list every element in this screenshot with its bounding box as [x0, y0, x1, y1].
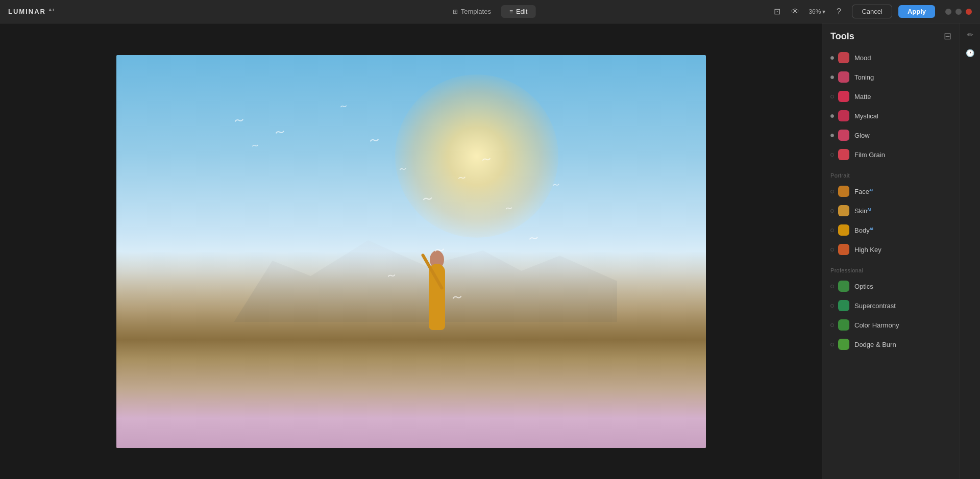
tool-dot-mood: [830, 56, 834, 60]
tool-item-film-grain[interactable]: Film Grain: [822, 145, 960, 164]
tool-icon-skin: [838, 205, 849, 216]
tool-icon-film-grain: [838, 149, 849, 160]
tool-name-face: FaceAI: [854, 188, 873, 195]
tool-name-matte: Matte: [854, 93, 871, 100]
tool-name-mood: Mood: [854, 54, 871, 62]
tool-icon-glow: [838, 130, 849, 141]
tool-dot-high-key: [830, 248, 834, 251]
split-view-button[interactable]: ⊡: [770, 5, 784, 19]
tool-dot-body: [830, 229, 834, 232]
tool-item-mood[interactable]: Mood: [822, 48, 960, 67]
photo-canvas: 〜〜〜〜〜〜〜〜〜〜〜〜〜〜〜: [116, 55, 706, 448]
tool-item-mystical[interactable]: Mystical: [822, 106, 960, 125]
section-label-professional: Professional: [822, 259, 960, 276]
tool-icon-body: [838, 224, 849, 236]
person-figure: [423, 233, 451, 330]
close-button[interactable]: [966, 9, 972, 15]
history-button[interactable]: 🕐: [963, 46, 977, 60]
tool-item-optics[interactable]: Optics: [822, 276, 960, 296]
tool-name-toning: Toning: [854, 73, 874, 81]
window-controls: [945, 9, 972, 15]
edit-label: Edit: [516, 8, 527, 15]
tool-item-dodge-burn[interactable]: Dodge & Burn: [822, 335, 960, 354]
header-left: LUMINAR AI: [8, 8, 55, 15]
ground-layer: [116, 251, 706, 448]
tool-name-high-key: High Key: [854, 246, 881, 254]
tool-dot-matte: [830, 95, 834, 98]
tool-item-toning[interactable]: Toning: [822, 67, 960, 87]
tool-name-body: BodyAI: [854, 226, 873, 234]
header: LUMINAR AI ⊞ Templates ≡ Edit ⊡ 👁 36% ▾ …: [0, 0, 980, 23]
tool-name-skin: SkinAI: [854, 207, 871, 215]
tool-dot-toning: [830, 75, 834, 79]
tool-item-supercontrast[interactable]: Supercontrast: [822, 296, 960, 315]
brush-tool-button[interactable]: ✏: [963, 28, 977, 42]
templates-icon: ⊞: [453, 8, 458, 15]
minimize-button[interactable]: [945, 9, 951, 15]
tool-name-color-harmony: Color Harmony: [854, 321, 899, 329]
tool-icon-supercontrast: [838, 300, 849, 311]
tool-icon-dodge-burn: [838, 339, 849, 350]
zoom-value: 36%: [808, 8, 821, 15]
tool-dot-color-harmony: [830, 323, 834, 327]
tool-item-glow[interactable]: Glow: [822, 125, 960, 145]
tool-dot-optics: [830, 285, 834, 288]
templates-button[interactable]: ⊞ Templates: [445, 5, 499, 18]
tools-panel: Tools ⊟ MoodToningMatteMysticalGlowFilm …: [822, 23, 960, 479]
canvas-area: 〜〜〜〜〜〜〜〜〜〜〜〜〜〜〜: [0, 23, 822, 479]
tool-name-film-grain: Film Grain: [854, 151, 885, 159]
zoom-display: 36% ▾: [808, 8, 825, 15]
tool-name-supercontrast: Supercontrast: [854, 302, 896, 310]
maximize-button[interactable]: [955, 9, 962, 15]
help-button[interactable]: ?: [831, 5, 846, 19]
app-name: LUMINAR: [8, 8, 46, 15]
tools-title: Tools: [830, 31, 854, 42]
cancel-button[interactable]: Cancel: [852, 5, 892, 18]
tool-icon-matte: [838, 91, 849, 102]
templates-label: Templates: [461, 8, 491, 15]
tool-item-high-key[interactable]: High Key: [822, 240, 960, 259]
tool-icon-optics: [838, 281, 849, 292]
tool-dot-glow: [830, 134, 834, 137]
tool-item-face[interactable]: FaceAI: [822, 182, 960, 201]
app-version: AI: [49, 8, 55, 12]
tool-icon-face: [838, 186, 849, 197]
tools-list: MoodToningMatteMysticalGlowFilm GrainPor…: [822, 46, 960, 479]
tool-item-color-harmony[interactable]: Color Harmony: [822, 315, 960, 335]
tools-filter-button[interactable]: ⊟: [944, 31, 951, 42]
tool-dot-mystical: [830, 114, 834, 118]
tool-name-mystical: Mystical: [854, 112, 878, 120]
tool-icon-color-harmony: [838, 319, 849, 331]
tool-name-optics: Optics: [854, 283, 873, 290]
person-body: [429, 264, 445, 330]
tool-item-body[interactable]: BodyAI: [822, 220, 960, 240]
sun-glow: [395, 74, 558, 238]
tool-dot-skin: [830, 209, 834, 213]
main-content: 〜〜〜〜〜〜〜〜〜〜〜〜〜〜〜 Tools ⊟ MoodToningMatteM…: [0, 23, 980, 479]
tool-dot-supercontrast: [830, 304, 834, 308]
right-panel: Tools ⊟ MoodToningMatteMysticalGlowFilm …: [822, 23, 980, 479]
app-logo: LUMINAR AI: [8, 8, 55, 15]
tool-name-dodge-burn: Dodge & Burn: [854, 341, 896, 348]
tools-header: Tools ⊟: [822, 23, 960, 46]
tool-icon-high-key: [838, 244, 849, 255]
tool-item-skin[interactable]: SkinAI: [822, 201, 960, 220]
header-center-nav: ⊞ Templates ≡ Edit: [445, 5, 536, 18]
tool-icon-mood: [838, 52, 849, 63]
section-label-portrait: Portrait: [822, 164, 960, 182]
tool-name-glow: Glow: [854, 132, 870, 139]
tool-dot-dodge-burn: [830, 343, 834, 346]
tool-icon-mystical: [838, 110, 849, 121]
edit-icon: ≡: [509, 8, 513, 15]
preview-button[interactable]: 👁: [788, 5, 802, 19]
tool-dot-film-grain: [830, 153, 834, 157]
zoom-chevron-icon: ▾: [822, 8, 825, 15]
tool-icon-toning: [838, 71, 849, 83]
view-controls: ⊡ 👁: [770, 5, 802, 19]
edit-button[interactable]: ≡ Edit: [501, 5, 535, 18]
side-actions-panel: ✏ 🕐: [960, 23, 980, 479]
tool-dot-face: [830, 190, 834, 193]
apply-button[interactable]: Apply: [898, 5, 935, 18]
header-right: ⊡ 👁 36% ▾ ? Cancel Apply: [770, 5, 972, 19]
tool-item-matte[interactable]: Matte: [822, 87, 960, 106]
